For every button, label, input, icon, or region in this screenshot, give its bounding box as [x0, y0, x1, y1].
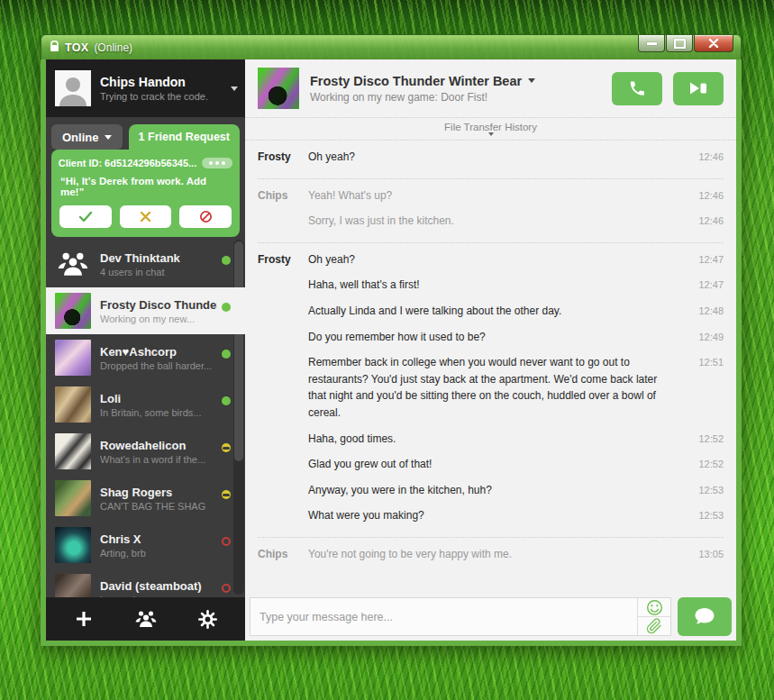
- message-line: ChipsYou're not going to be very happy w…: [258, 541, 724, 568]
- message-timestamp: 12:53: [687, 482, 724, 499]
- presence-offline-icon: [222, 584, 231, 593]
- message-timestamp: 12:46: [687, 213, 724, 230]
- file-transfer-history-bar[interactable]: File Transfer History: [245, 117, 736, 141]
- chris-avatar: [55, 527, 91, 563]
- presence-online-icon: [222, 256, 231, 265]
- contact-row[interactable]: Frosty Disco Thunder...Working on my new…: [46, 287, 245, 334]
- check-icon: [78, 211, 93, 223]
- plus-icon: [75, 610, 93, 628]
- message-line: What were you making?12:53: [258, 503, 724, 529]
- contact-status-message: CAN'T BAG THE SHAG: [100, 501, 205, 512]
- close-icon: [708, 39, 719, 48]
- contact-status-message: What's in a word if the...: [100, 454, 205, 465]
- message-text: Haha, good times.: [308, 431, 687, 448]
- message-timestamp: 12:46: [687, 187, 724, 205]
- message-group: ChipsYeah! What's up?12:46Sorry, I was j…: [258, 178, 724, 242]
- minimize-button[interactable]: [638, 35, 665, 52]
- contact-name: David (steamboat): [100, 579, 202, 593]
- contact-name: Rowedahelicon: [100, 439, 205, 452]
- contact-row[interactable]: LoliIn Britain, some birds...: [46, 381, 245, 428]
- chat-bubble-icon: [694, 607, 715, 627]
- contact-text: LoliIn Britain, some birds...: [100, 392, 202, 418]
- contact-text: Dev Thinktank4 users in chat: [100, 251, 180, 277]
- message-line: Glad you grew out of that!12:52: [258, 451, 724, 477]
- contact-list: Dev Thinktank4 users in chatFrosty Disco…: [46, 237, 245, 597]
- gear-icon: [198, 610, 217, 629]
- person-icon: [58, 74, 88, 106]
- contact-row[interactable]: RowedaheliconWhat's in a word if the...: [46, 428, 245, 475]
- sidebar: Chips Handon Trying to crack the code. O…: [46, 59, 245, 641]
- block-request-button[interactable]: [179, 205, 232, 228]
- close-button[interactable]: [694, 35, 733, 52]
- frosty-avatar: [55, 293, 91, 329]
- create-group-button[interactable]: [130, 603, 162, 635]
- message-line: ChipsYeah! What's up?12:46: [258, 183, 724, 209]
- video-call-button[interactable]: [673, 72, 724, 105]
- message-timestamp: 12:53: [687, 507, 724, 524]
- presence-online-icon: [222, 396, 231, 405]
- chat-header: Frosty Disco Thunder Winter Bear Working…: [245, 59, 736, 117]
- add-friend-button[interactable]: [68, 603, 100, 635]
- message-sender: [258, 456, 308, 473]
- message-timestamp: 12:47: [687, 277, 724, 294]
- compose-area: [245, 594, 736, 641]
- lock-icon: [50, 40, 59, 56]
- window-title-status: (Online): [94, 41, 132, 54]
- friend-request-tab[interactable]: 1 Friend Request: [129, 124, 240, 150]
- loli-avatar: [55, 386, 91, 423]
- dismiss-request-button[interactable]: [120, 205, 172, 228]
- message-input-box: [250, 597, 671, 636]
- group-icon: [135, 610, 157, 628]
- contact-name: Dev Thinktank: [100, 251, 180, 265]
- attach-file-button[interactable]: [638, 617, 670, 635]
- message-text: Anyway, you were in the kitchen, huh?: [308, 482, 687, 499]
- contact-row[interactable]: Shag RogersCAN'T BAG THE SHAG: [46, 475, 245, 522]
- self-profile[interactable]: Chips Handon Trying to crack the code.: [46, 59, 245, 117]
- minimize-icon: [647, 42, 657, 45]
- group-avatar-icon: [58, 250, 88, 277]
- friend-request-panel: Client ID: 6d5124296b56345... “Hi, It's …: [51, 150, 240, 237]
- chat-peer-status: Working on my new game: Door Fist!: [310, 91, 535, 104]
- message-text: Glad you grew out of that!: [308, 456, 687, 473]
- profile-caret-icon[interactable]: [231, 86, 238, 91]
- message-sender: Chips: [258, 546, 308, 563]
- message-timestamp: 13:05: [687, 546, 724, 563]
- smiley-icon: [646, 599, 663, 616]
- message-text: Oh yeah?: [308, 149, 687, 166]
- contact-row[interactable]: Dev Thinktank4 users in chat: [46, 241, 245, 287]
- contact-status-message: Working on my new...: [100, 314, 217, 324]
- status-dropdown[interactable]: Online: [51, 124, 123, 150]
- contact-name: Shag Rogers: [100, 486, 205, 499]
- contact-row[interactable]: Chris XArting, brb: [46, 522, 245, 568]
- ellipsis-button[interactable]: [202, 158, 232, 168]
- emoji-button[interactable]: [638, 598, 670, 617]
- contact-row[interactable]: David (steamboat)im good: [46, 568, 245, 597]
- message-line: Haha, well that's a first!12:47: [258, 272, 724, 298]
- accept-request-button[interactable]: [59, 205, 112, 228]
- message-timestamp: 12:48: [687, 303, 724, 320]
- presence-away-icon: [222, 443, 231, 452]
- peer-menu-caret-icon[interactable]: [528, 78, 535, 83]
- send-button[interactable]: [678, 597, 732, 636]
- message-input[interactable]: [250, 598, 637, 635]
- contact-name: Loli: [100, 392, 202, 405]
- phone-icon: [629, 80, 645, 96]
- message-text: What were you making?: [308, 507, 687, 524]
- contact-status-message: Arting, brb: [100, 548, 146, 559]
- window-title: TOX: [65, 41, 88, 54]
- chat-peer-avatar: [258, 68, 299, 109]
- contact-row[interactable]: Ken♥AshcorpDropped the ball harder...: [46, 334, 245, 381]
- tox-window: TOX (Online) Chips Handon Trying to crac…: [41, 34, 742, 646]
- titlebar[interactable]: TOX (Online): [41, 34, 742, 59]
- presence-online-icon: [222, 350, 231, 359]
- x-icon: [140, 211, 151, 223]
- friend-request-area: Online 1 Friend Request Client ID: 6d512…: [46, 117, 245, 237]
- paperclip-icon: [646, 618, 662, 634]
- ken-avatar: [55, 340, 91, 376]
- rowed-avatar: [55, 433, 91, 469]
- settings-button[interactable]: [191, 603, 223, 635]
- maximize-button[interactable]: [666, 35, 693, 52]
- message-timestamp: 12:47: [687, 251, 724, 268]
- attach-column: [637, 598, 670, 635]
- voice-call-button[interactable]: [612, 72, 662, 105]
